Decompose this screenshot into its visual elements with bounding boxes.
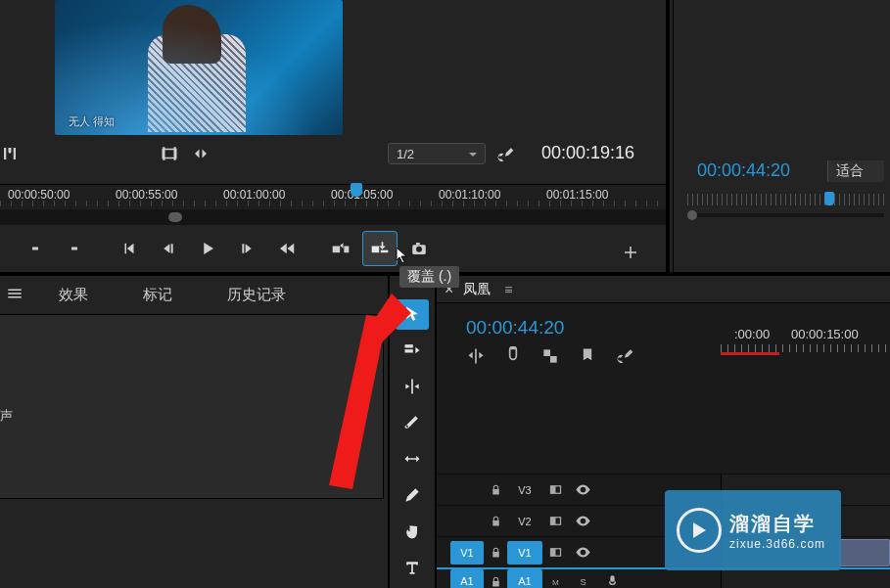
zoom-value: 1/2 [397,147,414,161]
step-forward-button[interactable] [229,231,264,266]
toggle-output-icon[interactable] [568,513,597,529]
play-button[interactable] [190,231,225,266]
watermark-logo: 溜溜自学 zixue.3d66.com [665,490,841,570]
sync-lock-icon[interactable] [542,514,568,528]
toggle-output-icon[interactable] [568,544,597,561]
track-select-tool[interactable] [396,336,429,366]
scroll-thumb[interactable] [687,210,697,220]
source-patch-a1[interactable]: A1 [450,569,484,588]
ripple-edit-tool[interactable] [396,372,429,402]
svg-rect-8 [416,243,420,245]
snap-insert-icon[interactable] [466,346,486,366]
program-playhead[interactable] [824,192,834,205]
export-frame-button[interactable] [401,231,437,266]
svg-rect-15 [550,356,557,363]
svg-rect-3 [333,247,341,253]
track-label[interactable]: V2 [507,516,542,527]
settings-icon[interactable] [495,145,515,164]
source-ruler[interactable]: 00:00:50:00 00:00:55:00 00:01:00:00 00:0… [0,184,666,211]
lock-icon[interactable] [484,483,507,496]
source-patch[interactable] [450,478,484,502]
panel-menu-icon[interactable] [6,285,25,306]
timeline-ruler[interactable]: :00:00 00:00:15:00 [721,327,890,366]
slip-tool[interactable] [396,444,429,475]
razor-tool[interactable] [396,408,429,438]
timeline-header: × 凤凰 ≡ [437,276,890,303]
source-preview[interactable]: 无人 得知 [55,0,343,135]
svg-rect-21 [550,549,555,557]
play-badge-icon [677,508,722,553]
tab-effects[interactable]: 效果 [31,276,116,314]
sequence-name[interactable]: 凤凰 [463,281,491,298]
type-tool[interactable] [396,552,429,582]
hand-tool[interactable] [396,516,429,546]
tab-markers[interactable]: 标记 [116,276,200,314]
tool-panel [388,276,437,588]
scroll-thumb[interactable] [168,212,182,222]
toggle-output-icon[interactable] [568,481,597,498]
mute-icon[interactable]: M [542,574,568,589]
linked-selection-icon[interactable] [540,346,560,366]
timeline-timecode[interactable]: 00:00:44:20 [466,317,564,339]
source-scrollbar[interactable] [0,209,666,225]
button-editor-button[interactable] [613,235,648,270]
svg-text:S: S [580,577,586,587]
drag-audio-only-icon[interactable] [192,145,210,162]
ruler-tick-label: 00:00:15:00 [791,327,859,341]
go-to-out-button[interactable] [268,231,304,266]
drag-video-only-icon[interactable] [161,145,178,162]
selection-tool[interactable] [396,299,429,330]
overwrite-button[interactable] [362,231,398,266]
panel-body: 声 [0,315,384,588]
svg-text:M: M [552,577,559,586]
add-marker-icon[interactable] [578,346,597,366]
step-back-button[interactable] [151,231,186,266]
pen-tool[interactable] [396,479,429,510]
lock-icon[interactable] [484,546,507,559]
track-label[interactable]: V1 [507,541,542,565]
sync-lock-icon[interactable] [542,545,568,560]
source-out-timecode: 00:00:19:16 [541,143,634,163]
source-patch[interactable] [450,510,484,533]
track-lane[interactable] [721,569,890,588]
svg-rect-19 [550,518,555,525]
svg-rect-4 [372,247,380,253]
ruler-ticks [687,194,884,205]
ruler-tick-label: 00:00:50:00 [8,188,70,202]
render-bar-red [721,352,779,355]
ruler-tick-label: 00:00:55:00 [116,188,177,202]
sequence-menu-icon[interactable]: ≡ [504,282,512,297]
solo-icon[interactable]: S [568,573,597,589]
mark-in-button[interactable] [18,231,53,266]
program-monitor: 00:00:44:20 适合 [673,0,890,284]
panel-label: 声 [0,407,13,425]
track-a1[interactable]: A1 A1 M S [437,567,890,588]
program-zoom-select[interactable]: 适合 [827,160,884,182]
program-ruler[interactable] [687,194,884,215]
track-label[interactable]: A1 [507,569,542,588]
lock-icon[interactable] [484,575,507,588]
program-timecode[interactable]: 00:00:44:20 [697,160,790,181]
ruler-tick-label: :00:00 [734,327,770,341]
voice-over-icon[interactable] [597,573,627,589]
track-label[interactable]: V3 [507,484,542,496]
add-marker-icon[interactable] [1,145,19,162]
source-patch-v1[interactable]: V1 [450,541,484,565]
source-playhead[interactable] [351,183,362,197]
preview-subtitle: 无人 得知 [69,114,115,129]
panel-tabs: 效果 标记 历史记录 [0,276,384,315]
video-clip[interactable] [839,539,890,566]
tab-history[interactable]: 历史记录 [200,276,313,314]
mark-out-button[interactable] [57,231,92,266]
lock-icon[interactable] [484,515,507,527]
go-to-in-button[interactable] [112,231,147,266]
svg-rect-14 [543,349,550,356]
ruler-tick-label: 00:01:10:00 [439,188,500,202]
sync-lock-icon[interactable] [542,482,568,497]
timeline-settings-icon[interactable] [615,346,634,366]
program-scrollbar[interactable] [687,213,884,217]
insert-button[interactable] [323,231,358,266]
program-zoom-value: 适合 [836,162,864,180]
zoom-select[interactable]: 1/2 [388,143,486,164]
snap-icon[interactable] [503,346,523,366]
